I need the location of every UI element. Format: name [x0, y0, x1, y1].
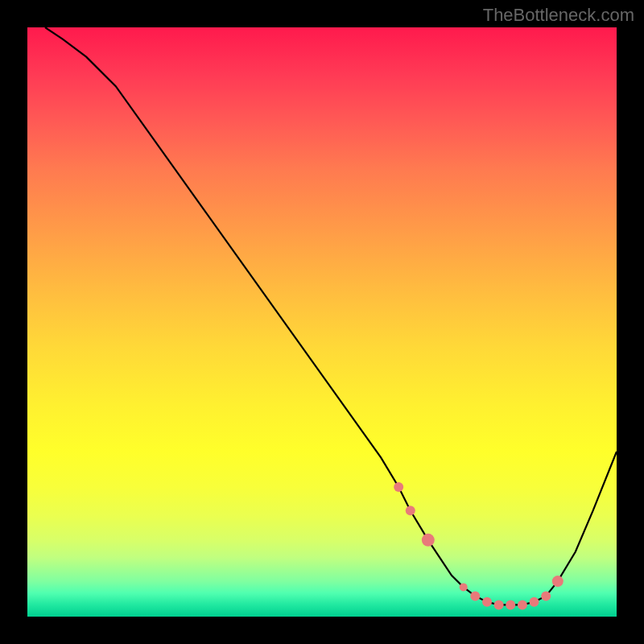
chart-marker [482, 597, 492, 607]
chart-marker [506, 600, 515, 609]
chart-marker [530, 597, 539, 607]
chart-plot-area [27, 27, 617, 617]
chart-marker [552, 576, 564, 587]
chart-marker [541, 591, 551, 601]
chart-marker [494, 600, 504, 609]
chart-marker [460, 583, 468, 591]
chart-marker [518, 600, 527, 609]
chart-svg [27, 27, 617, 617]
chart-marker [406, 506, 415, 515]
chart-marker [394, 482, 403, 492]
chart-markers-group [394, 482, 564, 609]
chart-curve-line [45, 27, 617, 605]
chart-marker [470, 591, 480, 601]
chart-marker [422, 534, 435, 547]
watermark-text: TheBottleneck.com [483, 5, 634, 26]
